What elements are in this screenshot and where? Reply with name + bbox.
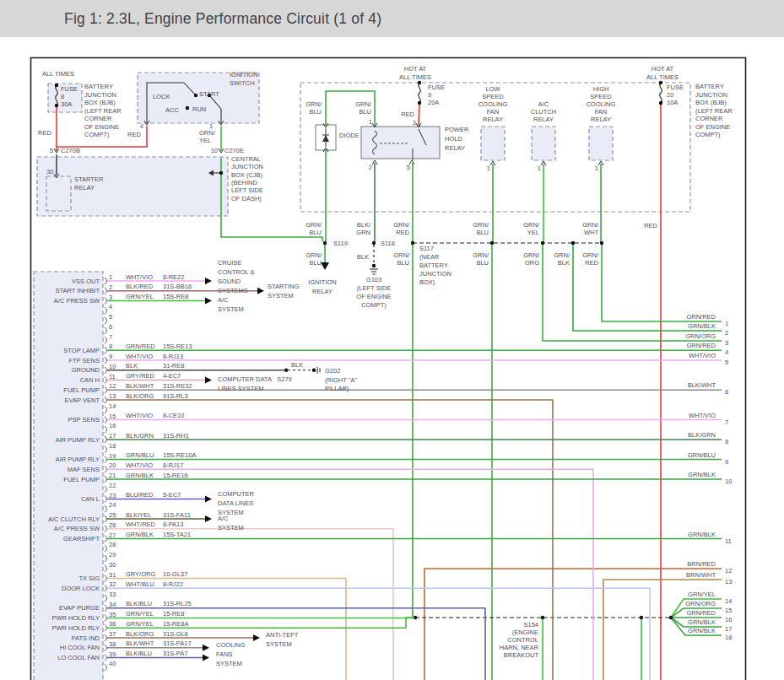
circuit-code-label: 8-RJ22 <box>163 580 183 588</box>
label-power-hold-relay-line: RELAY <box>445 144 465 152</box>
label-grn-yel-a643-line: GRN/ <box>523 221 540 229</box>
pin-signal-label: AIR PUMP RLY <box>56 456 100 463</box>
pin-socket-icon <box>105 298 107 305</box>
junction-dot <box>659 101 662 105</box>
connector-row-21: 21FUEL PUMPGRN/BLK15-RE16 <box>63 472 722 483</box>
right-pin-number: 13 <box>725 578 732 586</box>
label-grn-yel-ign: GRN/YEL <box>199 129 216 144</box>
wire-color-label: BLK/WHT <box>126 382 154 390</box>
label-grn-blu-a583-line: GRN/ <box>473 221 489 229</box>
connector-row-31: 31TX SIGGRY/ORG10-GL37 <box>78 570 346 680</box>
wire-color-label: BLK/GRN <box>126 432 154 440</box>
label-red-fuse8-line: RED <box>38 129 51 137</box>
connector-row-15: 15PSP SENSWHT/VIO8-CE10 <box>68 412 722 424</box>
circuit-code-label: 31S-GL6 <box>163 630 188 638</box>
ignition-relay-arrow-icon <box>321 262 329 270</box>
wire-color-label: GRN/RED <box>126 343 155 350</box>
label-fuse20-line: FUSE <box>667 84 684 91</box>
pin-socket-icon <box>105 386 107 393</box>
pin-socket-icon <box>105 377 107 384</box>
label-starting-system-line: SYSTEM <box>268 292 294 300</box>
label-fuse9: FUSE920A <box>428 84 445 106</box>
pin-number: 39 <box>109 650 116 658</box>
label-s154-line: (ENGINE <box>512 629 538 636</box>
pin-socket-icon <box>105 397 107 403</box>
label-s117-line: JUNCTION <box>419 270 451 278</box>
wire-color-label: GRN/YEL <box>126 610 154 618</box>
circuit-code-label: 8-RJ17 <box>163 461 183 469</box>
pin-number: 26 <box>109 521 116 529</box>
right-pin-color-label: GRN/YEL <box>688 591 716 598</box>
right-pin-11: GRN/BLK11 <box>688 531 732 545</box>
pin-socket-icon <box>105 446 107 453</box>
right-pin-color-label: GRN/BLU <box>688 451 716 459</box>
label-grn-blk-b679-line: BLK <box>558 259 570 267</box>
pin-socket-icon <box>105 347 107 353</box>
junction-dot <box>541 241 544 245</box>
circuit-code-label: 8-RE22 <box>163 273 184 281</box>
circuit-code-label: 31S-PA7 <box>163 650 187 657</box>
label-c270b: C270B <box>61 147 80 154</box>
label-low-pin1-line: 1 <box>487 165 490 172</box>
wire-color-label: BLK/YEL <box>126 511 151 519</box>
pin-socket-icon <box>105 624 107 631</box>
pin-number: 20 <box>109 461 116 469</box>
pin-signal-label: PWR HOLD RLY <box>51 624 100 632</box>
right-pin-color-label: GRN/ORG <box>685 600 716 607</box>
label-computer-data-2-line: COMPUTER <box>218 490 255 498</box>
label-start: START <box>199 90 219 98</box>
wire-color-label: GRN/YEL <box>126 293 154 300</box>
label-cjb-line: OF DASH) <box>231 195 262 202</box>
system-arrow-icon <box>205 298 212 305</box>
system-arrow-icon <box>205 515 212 522</box>
label-cooling-fans: COOLINGFANSSYSTEM <box>216 641 246 667</box>
right-pin-color-label: GRN/ORG <box>685 332 716 340</box>
label-red-a785: RED <box>644 222 657 229</box>
pin-number: 38 <box>109 640 116 648</box>
label-high-relay-line: SPEED <box>590 93 612 100</box>
label-computer-data-1-line: COMPUTER DATA <box>218 375 272 383</box>
label-cruise-systems-line: SOUND <box>218 278 241 285</box>
right-pin-10: GRN/BLK10 <box>688 471 732 485</box>
wire-color-label: WHT/VIO <box>126 412 153 419</box>
label-grn-red-a489-line: RED <box>396 229 409 236</box>
label-ac-system-2-line: A/C <box>218 515 229 522</box>
connector-row-27: 27GEARSHIFTGRN/BLK15S-TA21 <box>63 531 722 542</box>
pin-signal-label: EVAP PURGE <box>59 604 100 612</box>
label-s154-line: BREAKOUT <box>504 651 539 659</box>
right-pin-color-label: BRN/RED <box>687 560 716 568</box>
label-grn-blu-b385-line: BLU <box>309 259 322 267</box>
label-grn-blu-b489-line: BLU <box>397 259 409 267</box>
junction-dot <box>323 241 327 245</box>
label-diode: DIODE <box>339 132 360 139</box>
label-low-relay-line: COOLING <box>479 100 508 108</box>
label-relay-pin3: 3 <box>413 119 416 127</box>
junction-dot <box>219 171 223 175</box>
label-grn-blu-b489: GRN/BLU <box>393 251 410 267</box>
label-grn-red-b713-line: RED <box>585 259 598 267</box>
junction-dot <box>659 81 662 84</box>
pin-number: 7 <box>109 333 112 341</box>
label-grn-blu-a385-line: BLU <box>309 229 322 236</box>
label-computer-data-1: COMPUTER DATALINES SYSTEM <box>218 375 272 392</box>
label-high-relay-line: HIGH <box>593 85 609 93</box>
label-ac-system-2: A/CSYSTEM <box>218 515 244 532</box>
connector-row-40: 40 <box>105 660 116 671</box>
label-computer-data-2: COMPUTERDATA LINESSYSTEM <box>218 490 255 516</box>
label-s279-line: S279 <box>277 375 292 383</box>
label-s117-line: BATTERY <box>419 262 448 269</box>
right-pin-9: GRN/BLU9 <box>688 451 729 466</box>
label-ac-system-1-line: A/C <box>218 296 229 304</box>
label-low-relay-line: SPEED <box>482 93 504 100</box>
system-arrow-icon <box>205 377 212 384</box>
right-pin-color-label: BRN/WHT <box>686 571 716 579</box>
label-low-relay-line: RELAY <box>483 116 503 123</box>
label-grn-blu-top2: GRN/BLU <box>355 100 372 116</box>
circuit-code-label: 31S-RE32 <box>163 382 192 390</box>
fuse-icon <box>419 83 421 103</box>
label-grn-blu-a583-line: BLU <box>476 229 489 236</box>
right-pin-number: 17 <box>725 625 732 633</box>
pin-socket-icon <box>105 278 107 284</box>
label-ac-relay-line: A/C <box>538 100 549 108</box>
label-cooling-fans-line: FANS <box>216 650 233 658</box>
